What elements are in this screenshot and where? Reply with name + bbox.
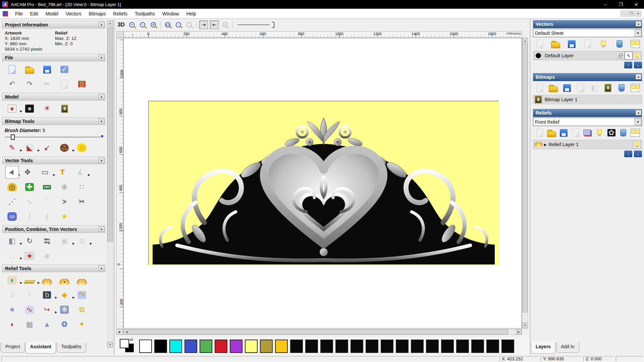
merge-low-icon[interactable]: ↓ [75, 274, 89, 287]
invert-model-icon[interactable]: ● [23, 102, 36, 115]
select-vectors-icon[interactable]: ➤ [5, 166, 19, 179]
scrollbar-thumb[interactable] [107, 27, 113, 242]
scrollbar-thumb[interactable] [522, 44, 528, 312]
move-layer-up-button[interactable]: ↑ [624, 62, 632, 68]
scroll-up-icon[interactable]: ▲ [107, 20, 113, 26]
expand-icon[interactable]: ▶ [544, 143, 547, 146]
palette-swatch-4[interactable] [200, 340, 212, 353]
node-editing-icon[interactable]: ⋰ [5, 195, 19, 208]
visibility-bulb-icon[interactable] [633, 52, 641, 60]
open-model-icon[interactable] [23, 63, 36, 76]
trim-vectors-icon[interactable]: ✂ [75, 195, 89, 208]
create-rectangle-icon[interactable]: ▭ [38, 166, 52, 179]
distort-vectors-icon[interactable]: ★ [23, 249, 36, 262]
flyout-icon[interactable]: ▶ [38, 149, 40, 152]
relief-basket-icon[interactable]: ▦ [23, 318, 36, 331]
open-vector-layer-icon[interactable] [550, 39, 561, 49]
flyout-icon[interactable]: ▶ [20, 257, 22, 260]
palette-swatch-24[interactable] [501, 340, 514, 353]
bitmap-to-vector-icon[interactable]: ◌ [75, 141, 89, 154]
minimize-button[interactable]: – [598, 0, 613, 9]
colour-picker-icon[interactable]: ↙ [40, 141, 54, 154]
flyout-icon[interactable]: ▶ [20, 242, 22, 245]
tape-measure-icon[interactable]: ◎ [5, 181, 19, 193]
all-bitmaps-visible-icon[interactable] [630, 83, 641, 93]
open-relief-layer-icon[interactable] [546, 128, 557, 138]
tab-assistant[interactable]: Assistant [25, 343, 56, 354]
menu-edit[interactable]: Edit [26, 10, 42, 18]
collapse-icon[interactable]: ▲ [636, 21, 641, 26]
palette-swatch-23[interactable] [486, 340, 499, 353]
create-star-icon[interactable]: ★ [58, 210, 71, 223]
align-objects-icon[interactable]: ◧ [5, 235, 19, 247]
collapse-icon[interactable]: ▲ [636, 74, 641, 79]
toggle-page-out-button[interactable]: ⇤ [209, 20, 219, 29]
menu-bitmaps[interactable]: Bitmaps [85, 10, 110, 18]
all-layers-visible-icon[interactable] [630, 39, 641, 49]
relief-stack-icon[interactable] [582, 128, 593, 138]
delete-vector-layer-icon[interactable] [614, 39, 625, 49]
text-on-curve-icon[interactable]: ↻ [23, 235, 36, 247]
menu-window[interactable]: Window [159, 10, 183, 18]
slider-handle[interactable] [272, 22, 274, 28]
load-image-icon[interactable] [58, 102, 71, 115]
lighting-icon[interactable]: ☀ [40, 102, 54, 115]
relief-visibility-icon[interactable] [594, 128, 605, 138]
sweep-profile-icon[interactable]: ↪ [40, 303, 54, 316]
flyout-icon[interactable]: ▶ [53, 173, 55, 176]
save-vector-layer-icon[interactable] [566, 39, 577, 49]
zoom-1to1-button[interactable]: 1:1 [163, 20, 173, 29]
bitmap-vector-goggles-icon[interactable]: ∞ [5, 210, 19, 223]
paint-icon[interactable]: ✎ [5, 141, 19, 154]
paste-text-icon[interactable]: ABC [40, 181, 54, 193]
chevron-down-icon[interactable]: ▼ [635, 29, 641, 37]
texture-relief-icon[interactable]: ★ [5, 303, 19, 316]
zoom-fit-button[interactable]: ▫ [173, 20, 183, 29]
wrap-relief-icon[interactable]: ∿ [23, 303, 36, 316]
flyout-icon[interactable]: ▶ [72, 149, 74, 152]
copy-relief-icon[interactable]: ↷ [75, 289, 89, 301]
create-text-icon[interactable]: T [56, 166, 69, 179]
move-layer-down-button[interactable]: ↓ [634, 150, 642, 157]
preferences-icon[interactable]: ✓ [58, 63, 71, 76]
move-layer-up-button[interactable]: ↑ [624, 150, 632, 157]
flyout-icon[interactable]: ▶ [88, 173, 90, 176]
palette-swatch-6[interactable] [230, 340, 243, 353]
vector-layer-row[interactable]: Default Layer ✎ [533, 51, 642, 60]
collapse-icon[interactable]: ▲ [99, 118, 104, 124]
layer-colour-swatch[interactable] [535, 52, 542, 59]
visibility-bulb-icon[interactable] [633, 140, 641, 148]
sheet-select[interactable]: Default Sheet ▼ [533, 29, 642, 37]
merge-high-icon[interactable]: ● [58, 274, 71, 287]
flood-fill-icon[interactable]: ◣ [23, 141, 36, 154]
all-reliefs-visible-icon[interactable] [630, 128, 641, 138]
palette-swatch-2[interactable] [169, 340, 182, 353]
block-paste-icon[interactable]: ∷ [75, 181, 89, 193]
zoom-out-button[interactable]: − [138, 20, 148, 29]
scroll-down-icon[interactable]: ▼ [522, 322, 528, 328]
create-polyline-icon[interactable]: ✚ [23, 181, 36, 193]
view-3d-button[interactable]: 3D [116, 20, 126, 29]
collapse-icon[interactable]: ▲ [99, 22, 104, 27]
palette-swatch-15[interactable] [366, 340, 378, 353]
brush-diameter-slider[interactable] [5, 134, 101, 140]
tab-layers[interactable]: Layers [531, 343, 555, 354]
save-model-icon[interactable] [40, 63, 54, 76]
collapse-icon[interactable]: ▲ [99, 265, 104, 271]
redo-icon[interactable]: ↷ [23, 78, 36, 90]
mdi-restore-button[interactable]: ❐ [628, 11, 634, 16]
palette-swatch-10[interactable] [290, 340, 303, 353]
palette-swatch-16[interactable] [381, 340, 393, 353]
primary-colour-swatch[interactable] [120, 339, 129, 348]
wrap-sphere-icon[interactable]: ⊕ [58, 181, 71, 193]
flyout-icon[interactable]: ▶ [55, 311, 57, 314]
menu-model[interactable]: Model [42, 10, 62, 18]
paste-icon[interactable]: ▯ [75, 78, 89, 90]
new-model-icon[interactable] [5, 63, 19, 76]
palette-swatch-7[interactable] [245, 340, 258, 353]
close-button[interactable]: ✕ [629, 0, 644, 9]
palette-swatch-9[interactable] [275, 340, 288, 353]
set-model-size-icon[interactable]: ● [5, 102, 19, 115]
palette-swatch-13[interactable] [335, 340, 348, 353]
scroll-left-icon[interactable]: ◀ [124, 329, 129, 335]
